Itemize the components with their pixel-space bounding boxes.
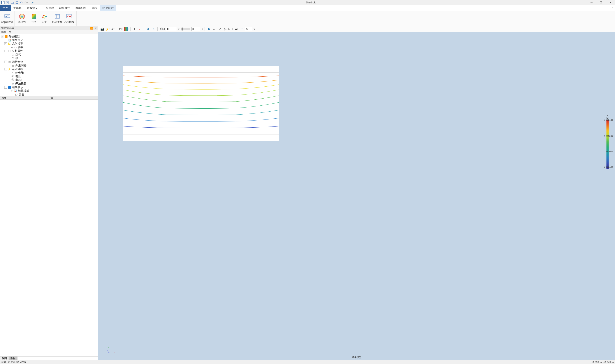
tree-item[interactable]: −▦网格剖分 [0, 60, 98, 64]
save-icon[interactable] [15, 1, 19, 4]
camera-icon[interactable]: 📷 [99, 27, 105, 31]
tree-item[interactable]: Ⓤ电压1 [0, 78, 98, 82]
vector-button[interactable]: 矢量 [40, 12, 49, 25]
play-icon[interactable]: ▷ [223, 27, 228, 31]
tree-item[interactable]: −●📊结果模型 [0, 89, 98, 93]
tree-node-label: 静电场 [15, 71, 24, 75]
status-left: 有效, 内部名称: Mesh [1, 360, 26, 364]
isoline-button[interactable]: 等值线 [16, 12, 28, 25]
tree-toggle-icon[interactable]: − [4, 68, 7, 70]
fit-view-icon[interactable]: ✥ [132, 27, 137, 31]
close-button[interactable]: ✕ [606, 0, 615, 5]
tree-node-icon: ⬡ [8, 49, 11, 53]
rotate-left-icon[interactable]: ↺ [146, 27, 150, 31]
panel-forward-icon[interactable]: ⏩ [90, 27, 93, 30]
tree-node-label: 结果模型 [18, 89, 29, 93]
svg-rect-12 [124, 27, 128, 31]
tab-main-screen[interactable]: 主屏幕 [11, 5, 24, 11]
first-frame-icon[interactable]: ⏮ [212, 27, 217, 31]
file-menu[interactable]: 文件 [0, 5, 11, 11]
tree-item[interactable]: 📑参数定义 [0, 38, 98, 42]
em-params-button[interactable]: 电磁参数 [51, 12, 63, 25]
tab-2d-modeling[interactable]: 二维建模 [40, 5, 57, 11]
tree-item[interactable]: −🟦结果展示 [0, 85, 98, 89]
panel-subheader: 模型任务 [0, 30, 98, 34]
viewport-toolbar: 📷 ⚡▾ 🖌▾ ◻▾ ▾ ✥ ↺ ↻ 时间 ▾ ⏺ ⏮ ◁ [98, 26, 615, 32]
tree-toggle-icon[interactable]: − [8, 90, 10, 92]
isoline-plot [123, 66, 279, 141]
svg-point-7 [21, 15, 23, 18]
tree-node-icon: ⬡ [11, 53, 14, 56]
refresh-icon[interactable]: ⟳▾ [31, 1, 35, 4]
tree-item[interactable]: −🟧分析模型 [0, 35, 98, 38]
tree-item[interactable]: ⬡空气 [0, 53, 98, 56]
time-slider[interactable] [182, 28, 190, 30]
export-icon[interactable]: ⤴ [239, 27, 244, 31]
tab-results[interactable]: 结果展示 [100, 5, 116, 11]
tree-toggle-icon[interactable]: − [1, 35, 3, 38]
tab-view[interactable]: 视图 [0, 357, 9, 360]
tree-toggle-icon[interactable]: − [4, 50, 7, 52]
tree-toggle-icon[interactable]: − [4, 42, 7, 45]
tree-node-icon: Ⓤ [11, 75, 14, 78]
tree-item[interactable]: −📐几何模型 [0, 42, 98, 45]
speed-input[interactable] [245, 27, 252, 31]
tab-mesh[interactable]: 网格剖分 [73, 5, 89, 11]
svg-text:z: z [107, 350, 108, 352]
maximize-button[interactable]: ❐ [596, 0, 606, 5]
viewport: 📷 ⚡▾ 🖌▾ ◻▾ ▾ ✥ ↺ ↻ 时间 ▾ ⏺ ⏮ ◁ [98, 26, 615, 360]
undo-icon[interactable]: ↶▾ [20, 1, 24, 4]
app-icon[interactable] [1, 1, 5, 4]
tree-node-icon: ◇ [11, 82, 14, 85]
legend-unit: （V） [602, 117, 613, 119]
model-tree[interactable]: −🟧分析模型📑参数定义−📐几何模型●▭并集−⬡材料属性⬡空气⬡铁−▦网格剖分▦并… [0, 34, 98, 96]
contour-button[interactable]: 云图 [28, 12, 40, 25]
prev-frame-icon[interactable]: ◁ [217, 27, 222, 31]
speed-dropdown-icon[interactable]: ▾ [253, 27, 256, 31]
redo-icon[interactable]: ↷▾ [24, 1, 28, 4]
last-frame-icon[interactable]: ⏭ [234, 27, 239, 31]
frame-stepper-icon[interactable] [200, 27, 203, 31]
open-icon[interactable] [10, 1, 14, 4]
tab-parameter-definition[interactable]: 参数定义 [24, 5, 40, 11]
group-expand-icon[interactable]: ⌄ [74, 24, 76, 26]
cube-color-icon[interactable]: ▾ [124, 27, 129, 31]
tree-item[interactable]: ◇开放边界 [0, 82, 98, 85]
tree-item[interactable]: ▢云图 [0, 93, 98, 96]
minimize-button[interactable]: ─ [587, 0, 596, 5]
tab-data[interactable]: 数据 [9, 357, 17, 360]
record-icon[interactable]: ⏺ [206, 27, 211, 31]
tree-item[interactable]: −⚡电磁分析 [0, 67, 98, 71]
tree-item[interactable]: Ⓤ电压 [0, 75, 98, 78]
tree-item[interactable]: ⬡铁 [0, 56, 98, 60]
time-input[interactable] [166, 27, 177, 31]
tab-analysis[interactable]: 分析 [89, 5, 100, 11]
tree-item[interactable]: ●▭并集 [0, 45, 98, 49]
axes-icon[interactable] [137, 27, 143, 31]
point-curve-button[interactable]: 选点曲线 [63, 12, 75, 25]
app-developer-button[interactable]: APP App开发器 [1, 12, 13, 25]
rotate-right-icon[interactable]: ↻ [151, 27, 156, 31]
tree-item[interactable]: ↳静电场 [0, 71, 98, 75]
brush-icon[interactable]: 🖌▾ [111, 27, 116, 31]
properties-body [0, 100, 98, 356]
svg-rect-10 [55, 14, 60, 18]
ribbon-collapse-icon[interactable]: ⌃ [610, 5, 615, 11]
next-frame-icon[interactable]: ⏵⏸ [228, 27, 233, 31]
canvas[interactable]: x y z 结果模型 V （V） 5.000e+00 3.333e+00 1.6… [98, 32, 615, 360]
time-dropdown-icon[interactable]: ▾ [177, 27, 180, 31]
contour-label: 云图 [31, 20, 37, 24]
frame-input[interactable] [191, 27, 200, 31]
new-icon[interactable] [6, 1, 9, 4]
tree-toggle-icon[interactable]: − [4, 86, 7, 89]
panel-close-icon[interactable]: ✕ [94, 27, 97, 30]
tree-item[interactable]: ▦并集网格 [0, 64, 98, 67]
tree-node-label: 空气 [15, 53, 21, 57]
refresh-plot-icon[interactable]: ⚡▾ [105, 27, 110, 31]
tab-material-properties[interactable]: 材料属性 [57, 5, 73, 11]
tree-toggle-icon[interactable]: − [4, 61, 7, 63]
cube-outline-icon[interactable]: ◻▾ [119, 27, 124, 31]
left-panel: 组合浏览器 ⏩ ✕ 模型任务 −🟧分析模型📑参数定义−📐几何模型●▭并集−⬡材料… [0, 26, 98, 360]
time-label: 时间 [159, 27, 166, 31]
tree-item[interactable]: −⬡材料属性 [0, 49, 98, 53]
